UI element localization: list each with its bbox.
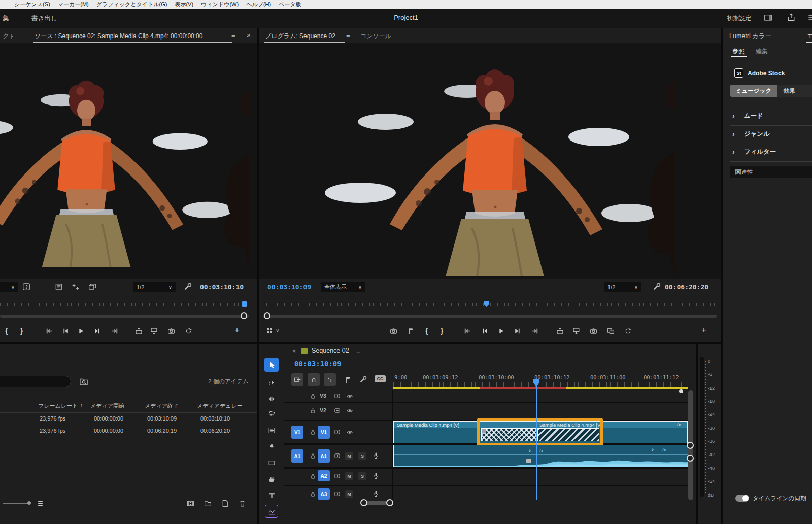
- mark-in-button[interactable]: {: [5, 327, 8, 335]
- timeline-settings-wrench-icon[interactable]: [359, 376, 367, 383]
- a2-mute-button[interactable]: M: [345, 472, 353, 480]
- program-zoom-dropdown[interactable]: 1/2∨: [604, 282, 641, 292]
- hscroll-knob-right[interactable]: [386, 499, 393, 506]
- search-bins-icon[interactable]: [79, 377, 88, 386]
- a3-voiceover-mic-icon[interactable]: [373, 490, 380, 497]
- a1-voiceover-mic-icon[interactable]: [373, 452, 380, 459]
- filter-section-header[interactable]: › フィルター: [732, 145, 808, 158]
- source-playhead-marker[interactable]: [242, 301, 247, 307]
- a1-source-patch[interactable]: A1: [291, 449, 303, 463]
- mark-out-button[interactable]: }: [20, 327, 23, 335]
- subclip-icon[interactable]: [22, 283, 30, 291]
- menu-window[interactable]: ウィンドウ(W): [201, 1, 239, 8]
- menu-lines-icon[interactable]: [807, 13, 812, 21]
- v3-visibility-eye-icon[interactable]: [346, 393, 353, 400]
- nest-toggle-button[interactable]: [291, 373, 303, 386]
- step-forward-button[interactable]: [514, 327, 521, 335]
- pen-tool[interactable]: [265, 440, 278, 453]
- a1-lock-icon[interactable]: [310, 452, 316, 459]
- workspace-icon[interactable]: [764, 13, 772, 22]
- browse-subtab[interactable]: 参照: [732, 47, 745, 56]
- column-media-duration[interactable]: メディアデュレー: [197, 402, 243, 410]
- hand-tool[interactable]: [265, 472, 278, 485]
- column-media-end[interactable]: メディア終了: [145, 402, 179, 410]
- proxy-toggle-button[interactable]: [624, 327, 632, 335]
- program-scrollbar[interactable]: [263, 315, 717, 318]
- icon-view-icon[interactable]: [187, 500, 194, 507]
- goto-out-button[interactable]: [531, 327, 538, 335]
- sort-ascending-icon[interactable]: ↑: [80, 402, 83, 408]
- a1-solo-button[interactable]: S: [358, 452, 366, 460]
- slip-tool[interactable]: [265, 424, 278, 437]
- v1-source-patch[interactable]: V1: [291, 426, 303, 439]
- source-scrollbar-knob[interactable]: [241, 312, 247, 319]
- a1-sync-lock-icon[interactable]: [334, 452, 341, 459]
- mood-section-header[interactable]: › ムード: [732, 109, 808, 122]
- linked-selection-button[interactable]: [324, 373, 336, 386]
- play-button[interactable]: [77, 327, 85, 335]
- a2-track-target[interactable]: A2: [318, 470, 330, 481]
- table-row[interactable]: 23,976 fps 00:00:00:00 00:03:10:09 00:03…: [0, 413, 257, 425]
- mark-out-button[interactable]: }: [441, 327, 443, 335]
- hscroll-knob-left[interactable]: [360, 499, 367, 506]
- timeline-ruler[interactable]: [393, 382, 688, 387]
- panel-overflow-icon[interactable]: »: [247, 31, 250, 39]
- loop-button[interactable]: [185, 327, 192, 335]
- sequence-tab-close-icon[interactable]: ×: [292, 347, 296, 355]
- fit-dropdown[interactable]: 全体表示∨: [321, 282, 365, 292]
- table-row[interactable]: 23,976 fps 00:00:00:00 00:06:20:19 00:06…: [0, 426, 257, 437]
- export-frame-button[interactable]: [167, 327, 175, 335]
- play-button[interactable]: [497, 327, 505, 335]
- lift-button[interactable]: [556, 327, 564, 335]
- v1-sync-lock-icon[interactable]: [334, 429, 341, 435]
- menu-help[interactable]: ヘルプ(H): [246, 1, 271, 8]
- new-item-icon[interactable]: [221, 500, 229, 507]
- v1-lock-icon[interactable]: [310, 429, 316, 435]
- razor-tool[interactable]: [265, 407, 278, 421]
- sequence-tab[interactable]: Sequence 02: [312, 347, 349, 354]
- v3-sync-lock-icon[interactable]: [334, 393, 341, 399]
- essential-tab-partial[interactable]: エ: [807, 32, 812, 41]
- audio-clip[interactable]: ♪ fx ♪ fx: [393, 445, 688, 467]
- multiview-grid-icon[interactable]: [266, 327, 273, 334]
- overwrite-button[interactable]: [150, 327, 158, 335]
- add-marker-button[interactable]: [344, 376, 352, 383]
- music-toggle-button[interactable]: ミュージック: [730, 85, 777, 97]
- share-icon[interactable]: [787, 13, 796, 22]
- program-current-timecode[interactable]: 00:03:10:09: [267, 283, 311, 291]
- rectangle-tool[interactable]: [265, 456, 278, 469]
- source-panel-menu-icon[interactable]: ≡: [231, 31, 235, 39]
- a2-voiceover-mic-icon[interactable]: [373, 472, 380, 479]
- source-scrollbar[interactable]: [0, 315, 249, 318]
- trim-markers-icon[interactable]: [72, 283, 80, 291]
- selection-tool[interactable]: [264, 358, 279, 372]
- sfx-toggle-button[interactable]: 効果: [777, 85, 812, 97]
- tab-effects-partial[interactable]: クト: [3, 32, 15, 41]
- program-scrollbar-knob[interactable]: [264, 312, 270, 319]
- button-editor-button[interactable]: +: [701, 325, 706, 335]
- zoom-slider-handle[interactable]: [27, 501, 31, 505]
- vscroll-knob-top[interactable]: [687, 442, 694, 449]
- relevance-dropdown[interactable]: 関連性: [730, 166, 812, 178]
- export-frame-button[interactable]: [590, 327, 597, 335]
- delete-icon[interactable]: [239, 500, 246, 507]
- safe-margins-icon[interactable]: [55, 283, 63, 291]
- button-editor-button[interactable]: +: [234, 325, 240, 335]
- a1-track-target[interactable]: A1: [318, 449, 330, 463]
- program-tab[interactable]: プログラム: Sequence 02: [265, 32, 335, 41]
- source-settings-dropdown[interactable]: ∨: [0, 282, 18, 292]
- tab-edit-partial[interactable]: 集: [3, 14, 9, 23]
- v1-track-target[interactable]: V1: [318, 426, 330, 439]
- add-marker-button[interactable]: [407, 327, 415, 335]
- genre-section-header[interactable]: › ジャンル: [732, 127, 808, 141]
- a2-lock-icon[interactable]: [310, 473, 316, 479]
- step-back-button[interactable]: [62, 327, 70, 335]
- goto-in-button[interactable]: [46, 327, 53, 335]
- goto-out-button[interactable]: [111, 327, 118, 335]
- timeline-sync-toggle[interactable]: [735, 495, 749, 502]
- v2-visibility-eye-icon[interactable]: [346, 407, 353, 414]
- program-panel-menu-icon[interactable]: ≡: [346, 31, 350, 39]
- source-frame-ruler[interactable]: [0, 303, 249, 306]
- source-zoom-dropdown[interactable]: 1/2∨: [133, 282, 176, 292]
- v3-track-label[interactable]: V3: [320, 393, 326, 399]
